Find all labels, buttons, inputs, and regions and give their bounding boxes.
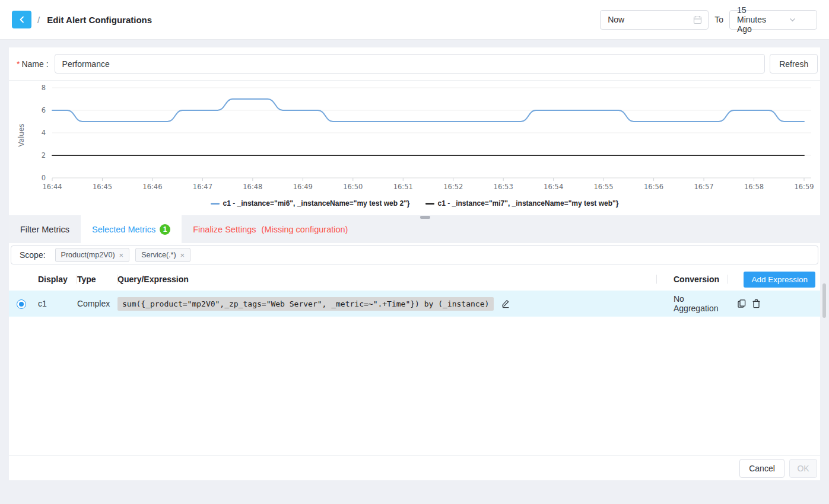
breadcrumb-separator: / [37, 15, 40, 25]
alert-config-panel: * Name : Refresh 0246816:4416:4516:4616:… [9, 47, 820, 480]
svg-text:16:54: 16:54 [544, 183, 563, 191]
svg-text:16:57: 16:57 [694, 183, 713, 191]
row-conversion: No Aggregation [657, 294, 728, 313]
svg-text:16:58: 16:58 [744, 183, 764, 191]
time-range-controls: To 15 Minutes Ago [600, 10, 817, 30]
selected-count-badge: 1 [160, 224, 170, 235]
missing-config-warning: (Missing configuration) [262, 225, 348, 234]
legend-swatch-black [425, 203, 434, 205]
remove-tag-icon[interactable]: × [180, 251, 185, 260]
time-from-input[interactable] [608, 15, 693, 24]
query-expression: sum({_product="mp2V0",_zp_tags="Web Serv… [117, 297, 494, 311]
tab-selected-metrics[interactable]: Selected Metrics 1 [81, 215, 182, 243]
name-row: * Name : Refresh [9, 47, 820, 80]
svg-text:16:45: 16:45 [93, 183, 112, 191]
refresh-button[interactable]: Refresh [770, 54, 818, 74]
scope-tag-product[interactable]: Product(mp2V0) × [55, 248, 130, 262]
row-type: Complex [77, 299, 117, 308]
column-conversion: Conversion [657, 268, 728, 291]
svg-text:16:44: 16:44 [42, 183, 62, 191]
column-display: Display [38, 268, 77, 291]
svg-text:16:48: 16:48 [243, 183, 262, 191]
back-button[interactable] [12, 11, 31, 28]
delete-icon[interactable] [752, 299, 761, 308]
radio-column-header [17, 268, 38, 291]
tab-filter-metrics[interactable]: Filter Metrics [9, 215, 81, 243]
chevron-left-icon [18, 16, 26, 23]
top-header: / Edit Alert Configurations To 15 Minute… [0, 0, 829, 40]
calendar-icon [693, 15, 702, 24]
svg-text:4: 4 [42, 129, 46, 137]
row-query-cell: sum({_product="mp2V0",_zp_tags="Web Serv… [117, 297, 657, 311]
name-label: Name : [21, 59, 48, 69]
row-display: c1 [38, 299, 77, 308]
tab-finalize-settings[interactable]: Finalize Settings (Missing configuration… [182, 215, 359, 243]
time-to-value: 15 Minutes Ago [737, 5, 774, 34]
legend-swatch-blue [211, 203, 220, 205]
remove-tag-icon[interactable]: × [119, 251, 124, 260]
svg-text:16:50: 16:50 [343, 183, 363, 191]
svg-text:16:53: 16:53 [494, 183, 513, 191]
time-from-field[interactable] [600, 10, 709, 30]
scope-tag-service[interactable]: Service(.*) × [135, 248, 190, 262]
svg-text:6: 6 [42, 106, 46, 114]
svg-text:8: 8 [42, 84, 46, 92]
svg-text:16:46: 16:46 [142, 183, 162, 191]
row-radio-cell [17, 299, 38, 309]
column-type: Type [77, 268, 117, 291]
row-radio-selected[interactable] [17, 299, 26, 309]
svg-text:16:47: 16:47 [193, 183, 212, 191]
svg-text:16:52: 16:52 [443, 183, 463, 191]
metric-row[interactable]: c1 Complex sum({_product="mp2V0",_zp_tag… [9, 291, 820, 317]
copy-icon[interactable] [737, 299, 747, 308]
panel-footer: Cancel OK [9, 455, 820, 480]
svg-text:Values: Values [17, 123, 26, 146]
actions-column-header: Add Expression [728, 268, 815, 291]
svg-text:16:51: 16:51 [393, 183, 413, 191]
column-query: Query/Expression [117, 268, 657, 291]
time-to-select[interactable]: 15 Minutes Ago [729, 10, 817, 30]
row-actions [728, 299, 815, 308]
scope-label: Scope: [20, 250, 46, 260]
page-title: Edit Alert Configurations [47, 15, 152, 25]
name-input[interactable] [55, 54, 766, 74]
cancel-button[interactable]: Cancel [739, 459, 784, 478]
svg-text:16:49: 16:49 [293, 183, 313, 191]
config-tabbar: Filter Metrics Selected Metrics 1 Finali… [9, 215, 820, 243]
legend-item[interactable]: c1 - _instance="mi7", _instanceName="my … [425, 199, 619, 208]
edit-expression-icon[interactable] [501, 299, 510, 308]
scrollbar-thumb[interactable] [822, 283, 826, 318]
svg-text:2: 2 [42, 151, 46, 160]
legend-label: c1 - _instance="mi6", _instanceName="my … [223, 199, 410, 208]
svg-text:16:59: 16:59 [794, 183, 814, 191]
chart-legend: c1 - _instance="mi6", _instanceName="my … [9, 199, 820, 208]
add-expression-button[interactable]: Add Expression [744, 272, 815, 288]
to-label: To [714, 15, 723, 24]
svg-text:16:55: 16:55 [594, 183, 614, 191]
required-mark: * [17, 59, 20, 69]
scope-field[interactable]: Scope: Product(mp2V0) × Service(.*) × [11, 245, 818, 264]
legend-label: c1 - _instance="mi7", _instanceName="my … [438, 199, 619, 208]
svg-text:0: 0 [42, 174, 46, 182]
splitter-handle[interactable] [420, 216, 430, 219]
metrics-preview-chart: 0246816:4416:4516:4616:4716:4816:4916:50… [9, 80, 820, 215]
ok-button[interactable]: OK [789, 459, 817, 478]
legend-item[interactable]: c1 - _instance="mi6", _instanceName="my … [211, 199, 410, 208]
metrics-table-header: Display Type Query/Expression Conversion… [9, 268, 820, 291]
svg-text:16:56: 16:56 [644, 183, 663, 191]
line-chart: 0246816:4416:4516:4616:4716:4816:4916:50… [9, 81, 820, 197]
chevron-down-icon [774, 17, 811, 23]
